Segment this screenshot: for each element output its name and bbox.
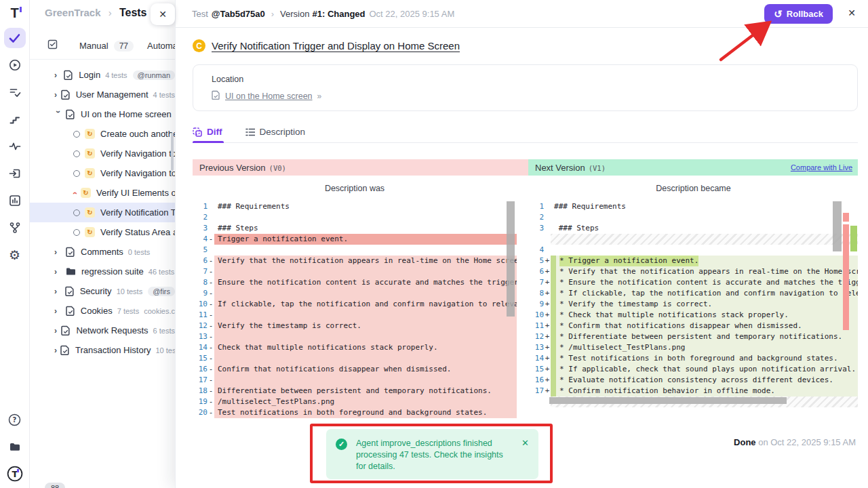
tree-item-label: Verify Status Area a [100,227,175,237]
tree-item-label: Transaction History [75,345,151,355]
tree-suite-row[interactable]: ›regression suite46 tests [30,262,175,281]
tree-test-row[interactable]: ↻Verify Navigation to [30,144,175,163]
next-panel-scrollbar[interactable] [833,201,842,251]
tree-test-row[interactable]: ›↻Verify UI Elements o [30,183,175,203]
ai-processing-icon: ↻ [85,207,95,218]
status-circle-icon[interactable] [73,229,80,236]
tree-item-meta: 10 tests [117,287,143,296]
steps-icon[interactable] [4,109,26,129]
tree-item-label: Verify Navigation to [100,148,175,159]
next-diff-line: 5+* Trigger a notification event. [529,256,858,266]
files-icon[interactable] [4,436,26,457]
signin-icon[interactable] [4,163,26,184]
previous-panel-scrollbar[interactable] [507,201,515,317]
tree-test-row[interactable]: ↻Verify Navigation to [30,163,175,183]
previous-diff-line: 1### Requirements [193,201,517,212]
tree-suite-row[interactable]: ›Transaction History10 tests [30,340,175,360]
tab-manual[interactable]: Manual [79,41,108,51]
description-became-label: Description became [529,184,858,193]
diff-view: Previous Version (V0) Next Version (V1) … [193,159,858,418]
chevron-icon[interactable]: › [54,90,58,100]
header-separator: › [271,9,274,19]
tree-test-row[interactable]: ↻Verify Status Area a [30,222,175,242]
next-diff-line: 16+* Evaluate notification consistency a… [529,375,858,386]
previous-diff-line: 10-If clickable, tap the notification an… [193,299,517,310]
tree-suite-row[interactable]: ›Login4 tests@runman [30,65,175,85]
document-icon [212,90,220,102]
plans-icon[interactable] [4,82,26,102]
chevron-icon[interactable]: › [54,287,62,296]
ai-processing-icon: ↻ [85,227,95,237]
chevron-icon[interactable]: › [54,326,58,336]
tree-test-row[interactable]: ↻Verify Notification T [30,203,175,222]
chevron-icon[interactable]: › [54,267,62,277]
tree-suite-row[interactable]: ›UI on the Home screen [30,104,175,124]
test-title-row: C Verify Notification Trigger and Displa… [193,39,460,52]
next-diff-line [529,234,858,245]
location-link[interactable]: UI on the Home screen [225,92,313,101]
previous-diff-line: 14-Check that multiple notifications sta… [193,342,517,353]
activity-icon[interactable] [4,136,26,157]
previous-diff-line: 5 [193,245,517,256]
toast-notification: ✓ Agent improve_descriptions finished pr… [326,429,538,479]
previous-diff-line: 8-Ensure the notification content is acc… [193,277,517,288]
branch-icon[interactable] [4,218,26,238]
tree-scrollbar[interactable] [171,133,174,171]
test-doc-icon [66,306,75,316]
test-doc-icon [61,89,71,100]
chevron-icon[interactable]: › [54,110,63,119]
toast-close-icon[interactable]: ✕ [521,438,529,470]
next-diff-line: 2 [529,212,858,223]
icon-rail: T ⚙ ? T [0,0,30,488]
test-id[interactable]: @Tab5d75a0 [212,9,265,19]
next-panel-hscrollbar[interactable] [549,397,787,404]
status-circle-icon[interactable] [73,150,80,157]
chevron-icon[interactable]: › [54,247,62,257]
next-diff-line: 1### Requirements [529,201,858,212]
description-was-label: Description was [193,184,517,193]
previous-diff-line: 20-Test notifications in both foreground… [193,407,517,418]
settings-icon[interactable]: ⚙ [4,245,26,265]
status-circle-icon[interactable] [73,131,80,138]
done-date: on Oct 22, 2025 9:15 AM [758,437,856,447]
tests-icon[interactable] [4,28,26,48]
chevron-icon[interactable]: › [54,346,57,355]
runs-icon[interactable] [4,55,26,75]
panel-close-button[interactable]: ✕ [151,3,175,25]
compare-with-live-link[interactable]: Compare with Live [791,163,852,171]
reports-icon[interactable] [4,190,26,211]
tree-test-row[interactable]: ↻Create ouch anothe [30,124,175,144]
tree-item-meta: 0 tests [128,248,150,256]
test-status-icon: C [193,39,205,52]
modal-close-icon[interactable]: ✕ [848,7,856,18]
chevron-icon[interactable]: › [54,70,60,80]
tree-suite-row[interactable]: ›Cookies7 testscookies.c [30,301,175,321]
select-tests-icon[interactable] [47,39,58,52]
previous-diff-line: 19-/multiselect_TestPlans.png [193,396,517,407]
next-diff-line: 9+* Verify the timestamp is correct. [529,299,858,310]
status-circle-icon[interactable] [73,170,80,177]
help-icon[interactable]: ? [4,409,26,430]
test-title[interactable]: Verify Notification Trigger and Display … [212,40,460,52]
breadcrumb-page[interactable]: Tests [119,7,147,18]
status-circle-icon[interactable] [73,209,80,216]
account-icon[interactable]: T [4,464,26,484]
previous-diff-line: 17- [193,375,517,386]
app-logo[interactable]: T [10,5,18,21]
tree-suite-row[interactable]: ›User Management4 tests [30,85,175,104]
tree-suite-row[interactable]: ›Security10 tests@firs [30,281,175,301]
tests-tab-bar: Manual 77 Automated [30,33,175,60]
tab-diff[interactable]: Diff [193,121,222,142]
tree-suite-row[interactable]: ›Comments0 tests [30,242,175,262]
previous-diff-line: 11- [193,310,517,321]
tree-suite-row[interactable]: ›Network Requests6 tests [30,321,175,340]
breadcrumb-brand[interactable]: GreenTrack [45,7,101,18]
chevron-icon[interactable]: › [54,306,62,316]
tree-item-meta: 4 tests [153,91,175,99]
version-label: Version [280,9,309,19]
tab-automated[interactable]: Automated [147,41,175,51]
rollback-button[interactable]: ↺ Rollback [764,4,833,24]
tab-description[interactable]: Description [245,121,306,142]
collapse-caret-icon[interactable]: › [70,192,79,195]
location-label: Location [212,75,243,84]
